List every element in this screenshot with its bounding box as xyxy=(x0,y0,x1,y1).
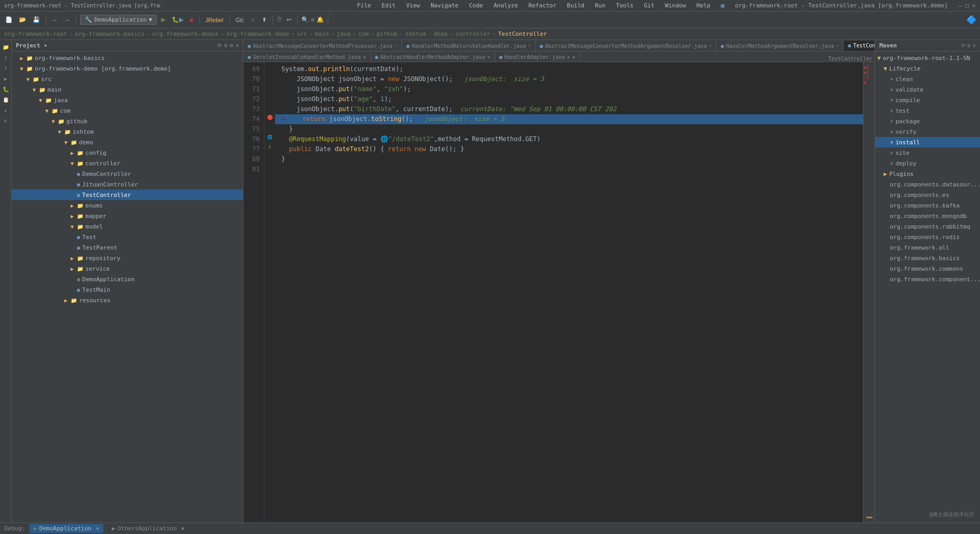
tab-abstractmessage[interactable]: ● AbstractMessageConverterMethodProcesso… xyxy=(243,41,402,51)
revert-btn[interactable]: ↩ xyxy=(285,15,293,24)
forward-btn[interactable]: → xyxy=(62,16,72,24)
run-btn[interactable]: ▶ xyxy=(159,15,168,24)
tree-item-testmain[interactable]: ● TestMain xyxy=(12,284,243,295)
debug-session-demoapplication[interactable]: ▶ DemoApplication × xyxy=(30,524,104,533)
back-btn[interactable]: ← xyxy=(50,16,60,24)
save-btn[interactable]: 💾 xyxy=(31,15,42,24)
breakpoint-74[interactable]: 🔴 xyxy=(264,112,275,122)
bc-demos[interactable]: org-framework-demos xyxy=(152,31,219,37)
menu-refactor[interactable]: Refactor xyxy=(526,1,558,10)
stop-btn[interactable]: ■ xyxy=(188,16,195,24)
debug-session-otherapplication[interactable]: ▶ OthersApplication × xyxy=(107,524,189,533)
maven-install[interactable]: ⚡install xyxy=(875,137,980,147)
tree-item-java[interactable]: ▼ 📁java xyxy=(12,95,243,105)
tab2-close2-handleradapter[interactable]: × xyxy=(572,54,575,60)
menu-tools[interactable]: Tools xyxy=(614,1,635,10)
debug-session-close-demo[interactable]: × xyxy=(96,525,100,532)
settings-icon-side[interactable]: ⚙ xyxy=(1,116,11,125)
maven-datasource[interactable]: org.components.datasour... xyxy=(875,179,980,190)
debug-session-close-other[interactable]: × xyxy=(181,525,185,532)
tab-close-abstractmessage[interactable]: × xyxy=(395,43,397,48)
tree-item-zxhtom[interactable]: ▼ 📁zxhtom xyxy=(12,126,243,137)
maven-framework-basics[interactable]: org.framework.basics xyxy=(875,253,980,263)
menu-navigate[interactable]: Navigate xyxy=(428,1,460,10)
maven-verify[interactable]: ⚡verify xyxy=(875,126,980,137)
tree-item-org-basics[interactable]: ▶ 📁org-framework-basics xyxy=(12,53,243,63)
tree-item-democontroller[interactable]: ● DemoController xyxy=(12,169,243,179)
tree-item-org-demo[interactable]: ▼ 📁org-framework-demo [org.framework.dem… xyxy=(12,63,243,74)
tab-abstractmessagearg[interactable]: ● AbstractMessageConverterMethodArgument… xyxy=(536,41,717,51)
menu-git[interactable]: Git xyxy=(642,1,656,10)
run-config-selector[interactable]: 🔧 DemoApplication ▼ xyxy=(80,15,157,25)
git-commit-btn[interactable]: ⬆ xyxy=(260,15,269,24)
tree-item-jituancontroller[interactable]: ● JituanController xyxy=(12,179,243,190)
menu-help[interactable]: Help xyxy=(694,1,713,10)
maven-mongodb[interactable]: org.components.mongodb xyxy=(875,211,980,221)
maven-framework-commons[interactable]: org.framework.commons xyxy=(875,263,980,274)
maven-framework-component[interactable]: org.framework.component... xyxy=(875,274,980,284)
tree-item-demo[interactable]: ▼ 📁demo xyxy=(12,137,243,147)
project-layout-icon[interactable]: ≡ xyxy=(224,42,228,49)
tab-testcontroller[interactable]: ● TestController.java × xyxy=(844,41,875,51)
maven-close-icon[interactable]: × xyxy=(973,43,976,48)
menu-run[interactable]: Run xyxy=(593,1,607,10)
structure-icon[interactable]: 📋 xyxy=(1,95,11,104)
maven-package[interactable]: ⚡package xyxy=(875,116,980,126)
menu-window[interactable]: Window xyxy=(663,1,688,10)
maven-deploy[interactable]: ⚡deploy xyxy=(875,158,980,169)
menu-code[interactable]: Code xyxy=(467,1,485,10)
tree-item-resources[interactable]: ▶ 📁resources xyxy=(12,295,243,305)
maven-compile[interactable]: ⚡compile xyxy=(875,95,980,105)
tree-item-test[interactable]: ● Test xyxy=(12,232,243,242)
debug-icon-side[interactable]: 🐛 xyxy=(1,84,11,94)
run-icon-side[interactable]: ▶ xyxy=(1,74,11,83)
tree-item-testparent[interactable]: ● TestParent xyxy=(12,242,243,253)
maven-refresh-icon[interactable]: ⟳ xyxy=(961,43,965,48)
bc-controller[interactable]: controller xyxy=(455,31,490,37)
bc-main[interactable]: main xyxy=(315,31,329,37)
project-close-icon[interactable]: × xyxy=(235,42,239,49)
open-btn[interactable]: 📂 xyxy=(17,15,28,24)
tab-close-abstractmessagearg[interactable]: × xyxy=(709,43,712,48)
tab-close-handlermethodarg[interactable]: × xyxy=(836,43,839,48)
maven-lifecycle[interactable]: ▼ Lifecycle xyxy=(875,63,980,74)
bc-testcontroller[interactable]: TestController xyxy=(498,31,547,37)
bc-java[interactable]: java xyxy=(337,31,351,37)
tab-handlermethodarg[interactable]: ● HandlerMethodArgumentResolver.java × xyxy=(717,41,844,51)
bc-demo2[interactable]: demo xyxy=(434,31,448,37)
menu-view[interactable]: View xyxy=(404,1,423,10)
bc-basics[interactable]: org-framework-basics xyxy=(75,31,144,37)
maven-kafka[interactable]: org.components.kafka xyxy=(875,200,980,211)
commit-icon[interactable]: ⬆ xyxy=(1,53,11,62)
bc-github[interactable]: github xyxy=(376,31,397,37)
menu-analyze[interactable]: Analyze xyxy=(492,1,520,10)
menu-build[interactable]: Build xyxy=(565,1,586,10)
maven-plugins[interactable]: ▶ Plugins xyxy=(875,169,980,179)
maven-clean[interactable]: ⚡clean xyxy=(875,74,980,84)
tree-item-service[interactable]: ▶ 📁service xyxy=(12,263,243,274)
tab2-close-abstracthandler[interactable]: × xyxy=(487,54,490,60)
debug-run-btn[interactable]: 🐛▶ xyxy=(170,15,185,24)
project-settings-icon[interactable]: ⚙ xyxy=(230,42,233,49)
tab-close-handlermethod[interactable]: × xyxy=(528,43,531,48)
tree-item-config[interactable]: ▶ 📁config xyxy=(12,147,243,158)
project-icon[interactable]: 📁 xyxy=(1,42,11,52)
tab2-close-handleradapter[interactable]: × xyxy=(567,54,570,60)
code-content[interactable]: System.out.println(currentDate); JSONObj… xyxy=(275,62,863,522)
pull-icon[interactable]: ⬇ xyxy=(1,63,11,73)
tab2-handleradapter[interactable]: ● HandlerAdapter.java × × xyxy=(495,52,580,62)
maven-validate[interactable]: ⚡validate xyxy=(875,84,980,95)
bc-demo[interactable]: org-framework-demo xyxy=(226,31,289,37)
project-sync-icon[interactable]: ⟳ xyxy=(217,42,222,49)
maven-redis[interactable]: org.components.redis xyxy=(875,232,980,242)
tab2-abstracthandler[interactable]: ● AbstractHandlerMethodAdapter.java × xyxy=(371,52,495,62)
tree-item-enums[interactable]: ▶ 📁enums xyxy=(12,200,243,211)
bc-root[interactable]: org-framework-root xyxy=(4,31,67,37)
jrebel-btn[interactable]: JRebel xyxy=(203,16,226,24)
git-check-btn[interactable]: ✓ xyxy=(249,15,258,24)
new-file-btn[interactable]: 📄 xyxy=(3,15,15,24)
maven-site[interactable]: ⚡site xyxy=(875,147,980,158)
tab2-servletinvocable[interactable]: ● ServletInvocableHandlerMethod.java × xyxy=(243,52,371,62)
tab-handlermethod[interactable]: ● HandlerMethodReturnValueHandler.java × xyxy=(402,41,535,51)
tab2-close-servlet[interactable]: × xyxy=(363,54,366,60)
